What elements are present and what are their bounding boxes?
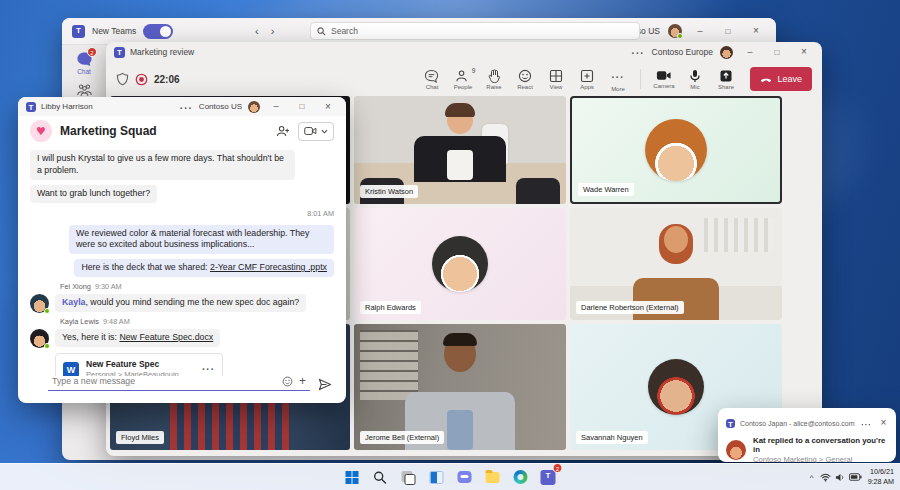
message-bubble[interactable]: Want to grab lunch together?	[30, 185, 157, 203]
teams-people-icon	[76, 83, 93, 97]
minimize-button[interactable]	[266, 102, 286, 111]
tray-date: 10/6/21	[868, 467, 894, 477]
sidebar-item-chat[interactable]: 2 Chat	[62, 51, 106, 75]
user-avatar[interactable]	[720, 46, 733, 59]
sender-avatar[interactable]	[30, 294, 49, 313]
maximize-button[interactable]	[718, 27, 738, 36]
view-button[interactable]: View	[541, 69, 570, 90]
taskbar-clock[interactable]: 10/6/21 9:28 AM	[868, 467, 894, 486]
notification-toast[interactable]: Contoso Japan - alice@contoso.com Kat re…	[718, 408, 896, 462]
sender-line: Fei Xiong 9:30 AM	[60, 282, 334, 292]
compose-field[interactable]: +	[48, 372, 310, 391]
battery-icon[interactable]	[849, 473, 862, 481]
video-tile-kristin[interactable]: Kristin Watson	[354, 96, 566, 204]
edge-button[interactable]	[509, 466, 532, 489]
more-options-icon[interactable]	[632, 43, 645, 61]
teams-logo-icon	[114, 47, 125, 58]
message-input[interactable]	[52, 376, 276, 386]
video-tile-jerome[interactable]: Jerome Bell (External)	[354, 324, 566, 450]
close-button[interactable]	[746, 26, 766, 36]
teams-logo-icon	[26, 102, 36, 112]
smiley-icon	[518, 69, 532, 83]
compose-bar: +	[48, 372, 332, 391]
presence-dot	[677, 33, 683, 39]
meeting-people-button[interactable]: 9 People	[448, 69, 477, 90]
presence-dot	[44, 308, 50, 314]
video-tile-ralph[interactable]: Ralph Edwards	[354, 208, 566, 320]
search-icon	[374, 471, 387, 484]
file-title: New Feature Spec	[86, 359, 179, 370]
more-options-icon[interactable]	[180, 98, 193, 116]
add-person-icon[interactable]	[276, 125, 290, 137]
participant-name: Jerome Bell (External)	[360, 431, 444, 444]
tenant-label[interactable]: Contoso US	[199, 102, 242, 111]
mic-button[interactable]: Mic	[680, 69, 709, 90]
leave-button[interactable]: Leave	[750, 67, 812, 91]
camera-button[interactable]: Camera	[649, 69, 678, 89]
attach-plus-icon[interactable]: +	[299, 375, 306, 387]
send-icon[interactable]	[318, 378, 332, 391]
meeting-titlebar: Marketing review Contoso Europe	[106, 42, 822, 62]
apps-button[interactable]: Apps	[572, 69, 601, 90]
start-button[interactable]	[341, 466, 364, 489]
tray-expand-icon[interactable]: ^	[810, 473, 814, 482]
widgets-button[interactable]	[425, 466, 448, 489]
teams-taskbar-button[interactable]: 2	[537, 466, 560, 489]
toast-title: Kat replied to a conversation you're in	[753, 436, 888, 454]
close-button[interactable]	[794, 47, 814, 57]
taskbar: 2 ^ 10/6/21 9:28 AM	[0, 463, 900, 490]
mention[interactable]: Kayla	[62, 297, 85, 307]
toast-more-icon[interactable]	[861, 416, 871, 430]
react-button[interactable]: React	[510, 69, 539, 90]
desktop: New Teams ‹ › Contoso US	[0, 0, 900, 490]
meeting-chat-button[interactable]: Chat	[417, 69, 446, 90]
video-tile-darlene[interactable]: Darlene Robertson (External)	[570, 208, 782, 320]
maximize-button[interactable]	[767, 48, 787, 57]
tenant-label[interactable]: Contoso Europe	[652, 47, 713, 57]
meeting-title: Marketing review	[130, 47, 194, 57]
share-screen-icon	[719, 69, 733, 83]
back-arrow-icon[interactable]: ‹	[255, 25, 259, 37]
record-icon	[135, 73, 148, 86]
user-avatar[interactable]	[248, 101, 260, 113]
more-button[interactable]: More	[603, 67, 632, 92]
file-link[interactable]: New Feature Spec.docx	[119, 332, 213, 342]
speaker-icon[interactable]	[835, 473, 845, 482]
minimize-button[interactable]	[690, 27, 710, 36]
file-link[interactable]: 2-Year CMF Forecasting .pptx	[210, 262, 327, 272]
user-avatar[interactable]	[668, 24, 682, 38]
more-icon	[611, 67, 624, 85]
emoji-icon[interactable]	[282, 376, 293, 387]
message-bubble-own[interactable]: Here is the deck that we shared: 2-Year …	[74, 259, 334, 277]
video-call-button[interactable]	[298, 122, 334, 141]
main-window-titlebar: New Teams ‹ › Contoso US	[62, 18, 776, 45]
wifi-icon[interactable]	[820, 473, 831, 482]
toast-body[interactable]: Kat replied to a conversation you're in …	[718, 434, 896, 466]
message-bubble[interactable]: Yes, here it is: New Feature Spec.docx	[55, 329, 220, 347]
message-bubble[interactable]: Kayla, would you mind sending me the new…	[55, 294, 306, 312]
people-count: 9	[472, 67, 476, 74]
chat-button[interactable]	[453, 466, 476, 489]
minimize-button[interactable]	[740, 48, 760, 57]
search-bar[interactable]	[310, 22, 640, 40]
group-heart-avatar: ♥	[30, 120, 52, 142]
file-explorer-button[interactable]	[481, 466, 504, 489]
raise-hand-button[interactable]: Raise	[479, 69, 508, 90]
message-bubble-own[interactable]: We reviewed color & material forecast wi…	[69, 225, 334, 255]
new-teams-toggle-label: New Teams	[92, 26, 136, 36]
toast-close-icon[interactable]	[879, 418, 889, 428]
search-input[interactable]	[331, 26, 633, 36]
edge-icon	[513, 470, 527, 484]
taskbar-search-button[interactable]	[369, 466, 392, 489]
new-teams-toggle[interactable]	[143, 24, 173, 39]
sender-avatar[interactable]	[30, 329, 49, 348]
taskbar-center: 2	[341, 466, 560, 489]
video-tile-wade[interactable]: Wade Warren	[570, 96, 782, 204]
camera-icon	[304, 126, 317, 136]
message-bubble[interactable]: I will push Krystal to give us a few mor…	[30, 150, 295, 180]
task-view-button[interactable]	[397, 466, 420, 489]
forward-arrow-icon[interactable]: ›	[271, 25, 275, 37]
maximize-button[interactable]	[292, 102, 312, 111]
share-button[interactable]: Share	[711, 69, 740, 90]
close-button[interactable]	[318, 102, 338, 112]
